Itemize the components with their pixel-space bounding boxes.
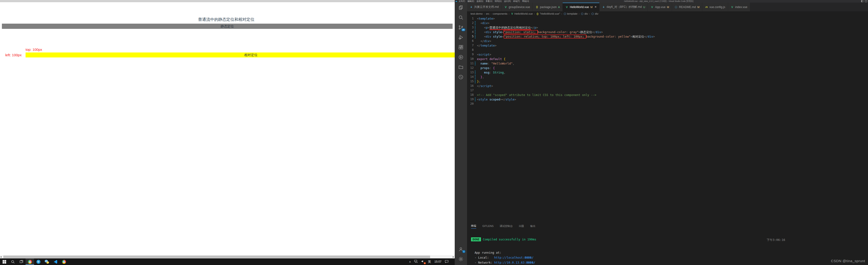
ime-indicator[interactable]: 英: [428, 260, 431, 264]
tab--.md[interactable]: 兴翼云开发文档.md: [467, 3, 502, 11]
code-token: ,: [513, 62, 515, 65]
menu-item-8[interactable]: 帮助(H): [522, 0, 529, 3]
breadcrumb-item-3[interactable]: components: [493, 12, 507, 15]
vscode-app[interactable]: [51, 258, 60, 265]
menu-item-3[interactable]: 选择(S): [476, 0, 483, 3]
panel-tab-GITLENS[interactable]: GITLENS: [483, 225, 494, 228]
tray-chevron-icon[interactable]: ∧: [409, 260, 411, 263]
menu-item-7[interactable]: 终端(T): [513, 0, 520, 3]
breadcrumb-label: "HelloWorld.vue": [540, 12, 560, 15]
code-token: template: [479, 17, 493, 20]
breadcrumb-separator: ›: [589, 12, 590, 15]
tab-index.vue[interactable]: Vindex.vue: [728, 3, 750, 11]
terminal[interactable]: DONE Compiled successfully in 190ms 下午3:…: [467, 230, 868, 265]
chrome-app-active[interactable]: [26, 258, 34, 265]
menu-item-2[interactable]: 编辑(E): [467, 0, 474, 3]
breadcrumb-item-6[interactable]: template: [563, 12, 578, 15]
menu-item-4[interactable]: 查看(V): [486, 0, 492, 3]
code-editor[interactable]: 1<template>2 <div>3 <p>普通流中的静态定位和相对定位</p…: [467, 16, 865, 106]
code-token: </: [480, 39, 484, 43]
tab-vue.config.js[interactable]: JSvue.config.js: [702, 3, 728, 11]
code-line-9: 9<script>: [467, 52, 865, 57]
tab-App.vue[interactable]: VApp.vueM: [648, 3, 672, 11]
code-token: 静态定位: [580, 30, 592, 34]
breadcrumb-item-1[interactable]: test-demo: [471, 12, 483, 15]
annotation-top-100px: top: 100px: [26, 47, 42, 52]
breadcrumb-item-4[interactable]: VHelloWorld.vue: [510, 12, 533, 15]
js-file-icon: JS: [705, 6, 708, 8]
vue-file-icon: V: [650, 6, 654, 8]
static-position-bar: 静态定位: [2, 24, 453, 29]
breadcrumb-item-2[interactable]: src: [486, 12, 489, 15]
search-icon[interactable]: [455, 12, 467, 23]
project-manager-icon[interactable]: [455, 62, 467, 72]
volume-muted-icon[interactable]: ✕: [421, 260, 425, 264]
panel-tab-终端[interactable]: 终端: [471, 224, 476, 229]
split-editor-icon[interactable]: [861, 0, 863, 2]
start-button[interactable]: [0, 258, 8, 265]
local-url-link[interactable]: http://localhost:: [494, 256, 525, 259]
code-token: div: [648, 35, 653, 38]
explorer-icon[interactable]: [455, 3, 467, 12]
chrome-app[interactable]: [60, 258, 68, 265]
breadcrumb-item-5[interactable]: {}"HelloWorld.vue": [536, 12, 560, 15]
code-token: :: [488, 62, 491, 65]
clock[interactable]: 15:07: [434, 260, 441, 263]
scrollbar-thumb[interactable]: [3, 256, 430, 258]
menu-item-5[interactable]: 转到(G): [495, 0, 502, 3]
menu-item-6[interactable]: 运行(R): [504, 0, 511, 3]
chat-app[interactable]: [42, 258, 51, 265]
layout-icon[interactable]: [865, 0, 867, 2]
scroll-right-arrow-icon[interactable]: [453, 256, 454, 258]
git-change-bar: [475, 35, 475, 38]
code-line-1: 1<template>: [467, 16, 865, 21]
tab-package.json[interactable]: {}package.jsonA: [533, 3, 563, 11]
code-token: 相对定位: [632, 35, 644, 38]
bottom-panel: 终端GITLENS调试控制台问题输出 DONE Compiled success…: [467, 223, 868, 265]
code-token: [477, 66, 480, 70]
tab-label: README.md: [679, 5, 696, 9]
panel-tab-问题[interactable]: 问题: [519, 224, 524, 229]
run-debug-icon[interactable]: [455, 32, 467, 42]
notification-center-icon[interactable]: [445, 260, 448, 264]
code-token: [477, 39, 480, 43]
terminal-network-line: - Network: http://10.0.13.63:8080/: [471, 261, 535, 264]
code-text: <template>: [477, 16, 495, 21]
code-token: "HelloWorld": [491, 62, 513, 65]
network-icon[interactable]: [414, 260, 418, 264]
code-token: <: [477, 98, 479, 101]
red-annotation-box: "position: static;: [504, 30, 537, 34]
red-annotation-underline: 普通流中的静态定位和相对定位: [490, 26, 531, 30]
settings-gear-icon[interactable]: [455, 254, 467, 264]
account-icon[interactable]: 1: [455, 244, 467, 254]
breadcrumb-item-8[interactable]: div: [591, 12, 598, 15]
tab-label: groupDevice.vue: [509, 5, 530, 9]
tab-groupDevice.vue[interactable]: VgroupDevice.vue: [502, 3, 533, 11]
gitlens-icon[interactable]: [455, 72, 467, 82]
panel-tab-调试控制台[interactable]: 调试控制台: [500, 224, 513, 229]
code-token: :: [490, 71, 493, 74]
task-view-button[interactable]: [17, 258, 26, 265]
tab-HelloWorld.vue[interactable]: VHelloWorld.vueM✕: [563, 3, 599, 11]
live-share-icon[interactable]: [455, 52, 467, 62]
tab-day6_-BFC-.md[interactable]: day6_对（BFC）的理解.mdU: [599, 3, 648, 11]
horizontal-scrollbar[interactable]: [0, 255, 455, 258]
source-control-icon[interactable]: 26: [455, 23, 467, 32]
menu-item-1[interactable]: 文件(F): [459, 0, 465, 3]
tab-close-icon[interactable]: ✕: [594, 5, 596, 8]
code-token: div: [596, 30, 601, 34]
panel-tab-输出[interactable]: 输出: [530, 224, 535, 229]
vscode-logo-icon: ◂▸: [455, 0, 458, 2]
tab-git-badge: M: [590, 6, 592, 8]
extensions-icon[interactable]: [455, 42, 467, 52]
breadcrumb-item-7[interactable]: div: [581, 12, 588, 15]
taskbar-search-button[interactable]: [8, 258, 17, 265]
code-token: [488, 98, 490, 101]
network-url-link[interactable]: http://10.0.13.63:: [494, 261, 526, 264]
code-line-12: 12 props: {: [467, 66, 865, 70]
blue-v-app[interactable]: V: [34, 258, 42, 265]
scroll-left-arrow-icon[interactable]: [0, 256, 1, 258]
tab-README.md[interactable]: README.mdM: [672, 3, 703, 11]
code-token: export: [477, 57, 488, 61]
code-text: <div>: [477, 21, 490, 25]
